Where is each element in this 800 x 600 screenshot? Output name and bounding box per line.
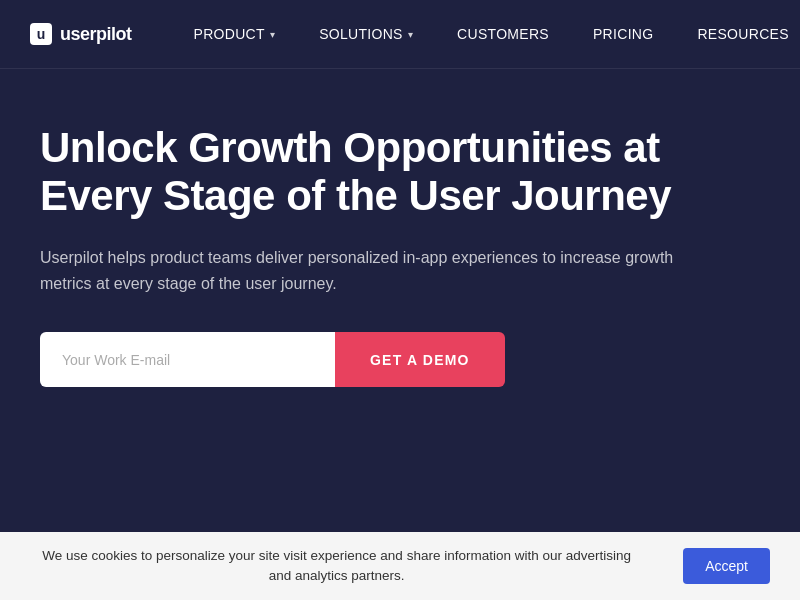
- hero-section: Unlock Growth Opportunities at Every Sta…: [0, 69, 760, 437]
- get-demo-button[interactable]: GET A DEMO: [335, 332, 505, 387]
- nav-item-resources[interactable]: RESOURCES: [675, 0, 800, 69]
- chevron-down-icon: ▾: [270, 29, 275, 40]
- logo-text: userpilot: [60, 24, 132, 45]
- accept-button[interactable]: Accept: [683, 548, 770, 584]
- nav-item-pricing[interactable]: PRICING: [571, 0, 675, 69]
- logo-icon: u: [30, 23, 52, 45]
- hero-subtitle: Userpilot helps product teams deliver pe…: [40, 245, 720, 298]
- cookie-banner: We use cookies to personalize your site …: [0, 532, 800, 601]
- email-field[interactable]: [40, 332, 335, 387]
- navbar: u userpilot PRODUCT ▾ SOLUTIONS ▾ CUSTOM…: [0, 0, 800, 69]
- nav-item-solutions[interactable]: SOLUTIONS ▾: [297, 0, 435, 69]
- chevron-down-icon: ▾: [408, 29, 413, 40]
- logo[interactable]: u userpilot: [30, 23, 132, 45]
- nav-links: PRODUCT ▾ SOLUTIONS ▾ CUSTOMERS PRICING …: [172, 0, 800, 69]
- nav-item-customers[interactable]: CUSTOMERS: [435, 0, 571, 69]
- cookie-text: We use cookies to personalize your site …: [30, 546, 643, 587]
- cta-row: GET A DEMO: [40, 332, 720, 387]
- nav-item-product[interactable]: PRODUCT ▾: [172, 0, 298, 69]
- hero-title: Unlock Growth Opportunities at Every Sta…: [40, 124, 720, 221]
